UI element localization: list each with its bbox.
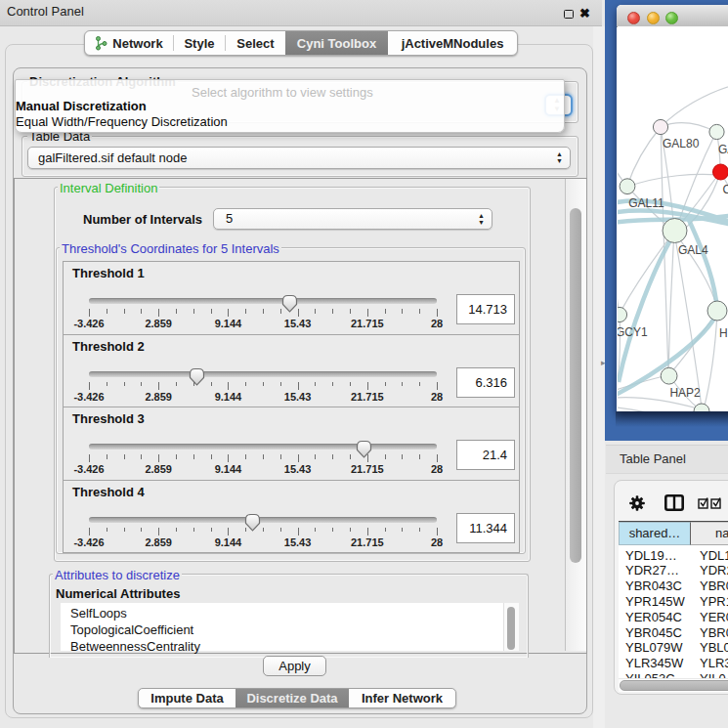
svg-text:GAL80: GAL80 — [663, 137, 700, 150]
svg-text:HAP2: HAP2 — [669, 386, 701, 400]
svg-text:GAL4: GAL4 — [678, 243, 708, 257]
svg-text:GA: GA — [718, 143, 728, 156]
svg-text:GCY1: GCY1 — [618, 325, 648, 339]
svg-text:H: H — [719, 326, 728, 340]
svg-text:C: C — [723, 183, 728, 196]
svg-text:GAL11: GAL11 — [628, 196, 664, 210]
